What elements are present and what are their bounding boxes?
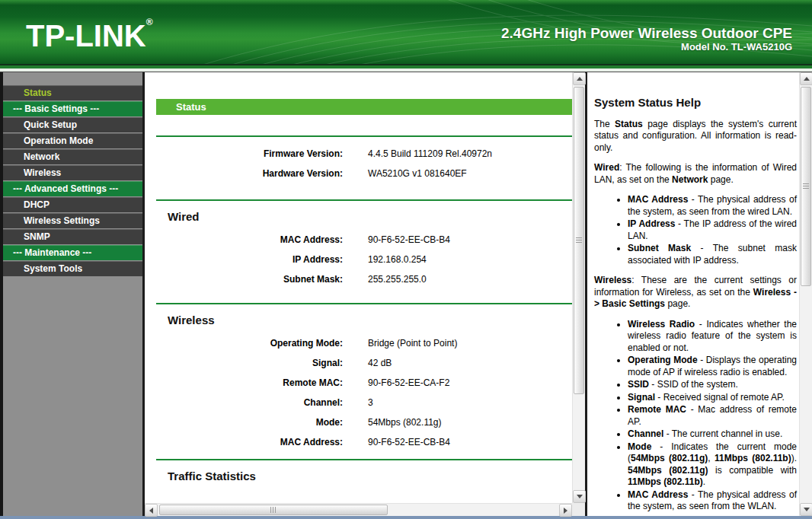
help-list-item: Operating Mode - Displays the operating …: [628, 355, 797, 378]
wired-info-rows: MAC Address: 90-F6-52-EE-CB-B4 IP Addres…: [145, 234, 572, 285]
row-value: 90-F6-52-EE-CB-B4: [368, 436, 450, 448]
row-value: 90-F6-52-EE-CB-B4: [368, 234, 450, 246]
row-label: Operating Mode:: [156, 337, 343, 349]
router-admin-window: TP-LINK® 2.4GHz High Power Wireless Outd…: [0, 0, 812, 519]
row-value: 192.168.0.254: [368, 253, 427, 266]
scroll-down-icon: [804, 508, 810, 511]
row-value: 4.4.5 Build 111209 Rel.40972n: [368, 148, 492, 160]
main-vertical-scrollbar-thumb[interactable]: [574, 87, 584, 394]
sidebar-item-status[interactable]: Status: [3, 85, 142, 100]
sidebar-item-dhcp[interactable]: DHCP: [3, 197, 142, 212]
section-separator: [156, 199, 572, 201]
sidebar-item-system-tools[interactable]: System Tools: [3, 261, 142, 276]
sidebar-menu: Status --- Basic Settings --- Quick Setu…: [3, 72, 142, 516]
info-row: Mode: 54Mbps (802.11g): [145, 416, 572, 428]
row-value: 255.255.255.0: [368, 273, 427, 285]
wired-section-title: Wired: [168, 210, 572, 223]
row-label: Mode:: [156, 416, 343, 428]
scroll-up-icon: [804, 77, 810, 81]
main-vertical-scrollbar[interactable]: [572, 72, 585, 503]
sidebar-item-quick-setup[interactable]: Quick Setup: [3, 117, 142, 132]
help-list-item: Remote MAC - Mac address of remote AP.: [628, 404, 797, 428]
tp-link-logo: TP-LINK®: [26, 17, 153, 53]
info-row: Operating Mode: Bridge (Point to Point): [145, 337, 572, 349]
info-row: IP Address: 192.168.0.254: [145, 253, 572, 266]
window-bottom-edge: [0, 516, 812, 519]
scroll-right-button[interactable]: [559, 504, 572, 517]
sidebar-item-label: Operation Mode: [24, 135, 93, 146]
help-vertical-scrollbar-thumb[interactable]: [801, 87, 811, 286]
sidebar-item-label: DHCP: [24, 199, 50, 210]
help-list-wired: MAC Address - The physical address of th…: [594, 194, 797, 266]
sidebar-item-label: System Tools: [24, 263, 82, 274]
sidebar-item-label: Wireless Settings: [24, 215, 100, 226]
row-value: 42 dB: [368, 357, 392, 369]
sidebar-item-label: Quick Setup: [24, 119, 77, 130]
row-label: Signal:: [156, 357, 343, 369]
scrollbar-grip-icon: [576, 237, 582, 244]
scrollbar-grip-icon: [270, 507, 277, 513]
main-horizontal-scrollbar-thumb[interactable]: [159, 505, 388, 515]
wireless-info-rows: Operating Mode: Bridge (Point to Point) …: [145, 337, 572, 448]
info-row: Subnet Mask: 255.255.255.0: [145, 273, 572, 285]
row-label: Remote MAC:: [156, 377, 343, 389]
sidebar-item-snmp[interactable]: SNMP: [3, 229, 142, 244]
help-list-item: MAC Address - The physical address of th…: [628, 489, 797, 513]
section-separator: [156, 459, 572, 460]
sidebar-item-label: Status: [24, 88, 52, 98]
help-content: System Status Help The Status page displ…: [587, 72, 799, 516]
help-vertical-scrollbar[interactable]: [799, 72, 812, 516]
scroll-up-button[interactable]: [800, 72, 812, 85]
sidebar-item-wireless-settings[interactable]: Wireless Settings: [3, 213, 142, 228]
scroll-left-icon: [149, 508, 153, 514]
scroll-left-button[interactable]: [145, 504, 158, 517]
sidebar-section-maintenance: --- Maintenance ---: [3, 245, 142, 260]
section-separator: [156, 135, 572, 137]
info-row: Channel: 3: [145, 396, 572, 409]
header-banner: TP-LINK® 2.4GHz High Power Wireless Outd…: [0, 0, 812, 64]
wireless-section-title: Wireless: [168, 314, 572, 326]
sidebar-section-advanced-settings: --- Advanced Settings ---: [3, 181, 142, 196]
row-label: IP Address:: [156, 253, 343, 266]
help-list-item: Subnet Mask - The subnet mask associated…: [628, 243, 797, 266]
scroll-right-icon: [564, 508, 567, 514]
scroll-down-icon: [577, 495, 583, 498]
row-value: 3: [368, 396, 373, 409]
row-label: Channel:: [156, 396, 343, 409]
model-number: Model No. TL-WA5210G: [501, 41, 792, 53]
sidebar-item-label: SNMP: [24, 231, 50, 242]
page-title: Status: [156, 99, 572, 115]
main-horizontal-scrollbar[interactable]: [145, 503, 572, 516]
sidebar-section-label: --- Advanced Settings ---: [13, 183, 118, 194]
info-row: Firmware Version: 4.4.5 Build 111209 Rel…: [145, 148, 572, 160]
help-list-item: Channel - The current channel in use.: [628, 428, 797, 441]
help-list-item: MAC Address - The physical address of th…: [628, 194, 797, 218]
sidebar-item-wireless[interactable]: Wireless: [3, 165, 142, 180]
scroll-down-button[interactable]: [573, 490, 586, 503]
help-list-item: IP Address - The IP address of the wired…: [628, 218, 797, 242]
help-list-wireless: Wireless Radio - Indicates whether the w…: [594, 319, 797, 513]
system-info-rows: Firmware Version: 4.4.5 Build 111209 Rel…: [145, 148, 572, 180]
info-row: MAC Address: 90-F6-52-EE-CB-B4: [145, 234, 572, 246]
sidebar-item-network[interactable]: Network: [3, 149, 142, 164]
product-title: 2.4GHz High Power Wireless Outdoor CPE: [501, 25, 792, 41]
row-label: MAC Address:: [156, 436, 343, 448]
scrollbar-grip-icon: [803, 183, 809, 189]
row-value: WA5210G v1 081640EF: [368, 167, 467, 180]
row-label: MAC Address:: [156, 234, 343, 246]
traffic-statistics-section-title: Traffic Statistics: [168, 470, 572, 482]
sidebar-item-operation-mode[interactable]: Operation Mode: [3, 133, 142, 148]
scroll-up-button[interactable]: [573, 72, 586, 85]
help-list-item: Wireless Radio - Indicates whether the w…: [628, 319, 797, 355]
help-list-item: SSID - SSID of the system.: [628, 379, 797, 391]
help-panel: System Status Help The Status page displ…: [587, 72, 812, 516]
scroll-up-icon: [577, 77, 583, 81]
sidebar-section-label: --- Basic Settings ---: [13, 103, 99, 114]
row-label: Hardware Version:: [156, 167, 343, 180]
main-status-panel: Status Firmware Version: 4.4.5 Build 111…: [145, 72, 585, 516]
info-row: Hardware Version: WA5210G v1 081640EF: [145, 167, 572, 180]
brand-text: TP-LINK: [26, 19, 146, 53]
row-label: Subnet Mask:: [156, 273, 343, 285]
help-list-item: Mode - Indicates the current mode (54Mbp…: [628, 441, 797, 489]
scroll-down-button[interactable]: [800, 503, 812, 516]
